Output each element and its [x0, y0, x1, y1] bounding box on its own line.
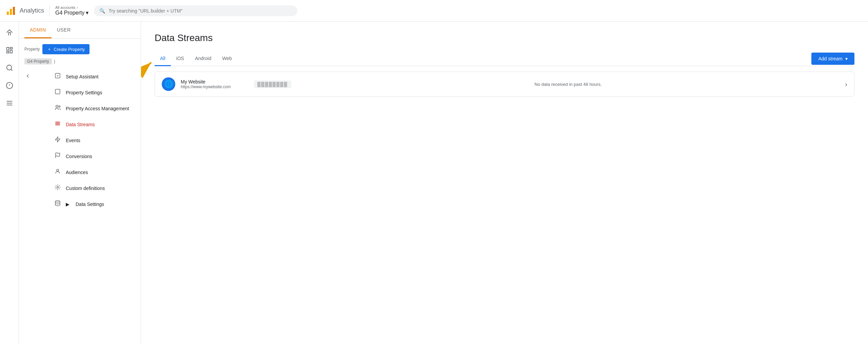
svg-point-26 [57, 187, 59, 188]
svg-rect-0 [7, 12, 9, 15]
tab-web[interactable]: Web [217, 52, 237, 66]
conversions-label: Conversions [66, 154, 92, 159]
nav-item-data-settings[interactable]: ▶ Data Settings [37, 196, 135, 212]
nav-explore[interactable] [1, 60, 18, 76]
property-access-label: Property Access Management [66, 106, 129, 111]
nav-reports[interactable] [1, 42, 18, 58]
nav-menu[interactable] [1, 95, 18, 111]
svg-rect-1 [10, 9, 12, 15]
property-settings-icon [54, 89, 61, 96]
analytics-logo-icon [5, 5, 16, 16]
nav-item-conversions[interactable]: Conversions [37, 148, 135, 164]
stream-info: My Website https://www.mywebsite.com [181, 79, 249, 89]
nav-item-events[interactable]: Events [37, 132, 135, 148]
left-navigation [0, 22, 19, 344]
plus-icon: ＋ [47, 46, 52, 52]
add-stream-button[interactable]: Add stream ▾ [811, 53, 854, 65]
svg-point-18 [59, 106, 60, 108]
audiences-label: Audiences [66, 170, 88, 175]
nav-home[interactable] [1, 24, 18, 41]
nav-item-custom-definitions[interactable]: Custom definitions [37, 180, 135, 196]
create-property-button[interactable]: ＋ Create Property [42, 44, 90, 54]
nav-item-property-settings[interactable]: Property Settings [37, 84, 135, 100]
svg-rect-16 [55, 89, 60, 94]
conversions-icon [54, 152, 61, 160]
svg-point-27 [55, 201, 60, 203]
data-settings-icon [54, 200, 61, 208]
app-name-label: Analytics [20, 7, 44, 14]
all-accounts-label: All accounts › [55, 5, 88, 9]
stream-row[interactable]: 🌐 My Website https://www.mywebsite.com █… [155, 72, 854, 97]
search-icon: 🔍 [99, 8, 105, 14]
property-sub-label: G4 Property ) [19, 58, 141, 67]
svg-point-17 [56, 105, 58, 107]
main-content: ADMIN USER Property ＋ Create Property G4… [19, 22, 868, 344]
stream-url: https://www.mywebsite.com [181, 84, 249, 89]
setup-assistant-icon [54, 73, 61, 80]
header-divider [50, 5, 50, 16]
custom-definitions-label: Custom definitions [66, 186, 105, 191]
property-header: Property ＋ Create Property [24, 44, 135, 54]
property-selector[interactable]: All accounts › G4 Property ▾ [55, 5, 88, 16]
tab-android[interactable]: Android [190, 52, 217, 66]
nav-item-data-streams[interactable]: Data Streams [37, 116, 135, 132]
dropdown-caret-icon: ▾ [845, 56, 848, 61]
svg-point-25 [57, 169, 59, 171]
data-streams-icon [54, 120, 61, 128]
nav-item-setup-assistant[interactable]: Setup Assistant [37, 69, 135, 84]
back-section: Setup Assistant Property Settings Proper… [19, 67, 141, 213]
tab-all[interactable]: All [155, 52, 171, 66]
stream-tabs: All iOS Android Web Add stream ▾ [155, 52, 854, 66]
app-header: Analytics All accounts › G4 Property ▾ 🔍 [0, 0, 868, 22]
svg-point-7 [6, 65, 12, 70]
property-section: Property ＋ Create Property [19, 39, 141, 58]
stream-globe-icon: 🌐 [162, 77, 175, 91]
logo-area: Analytics [5, 5, 44, 16]
admin-tabs: ADMIN USER [19, 22, 141, 39]
stream-name: My Website [181, 79, 249, 84]
chevron-right-icon: › [77, 5, 78, 9]
nav-items: Setup Assistant Property Settings Proper… [37, 69, 135, 212]
page-title: Data Streams [155, 33, 854, 43]
stream-id: ████████ [254, 80, 291, 88]
back-button[interactable] [22, 70, 34, 82]
setup-assistant-label: Setup Assistant [66, 74, 99, 79]
property-sub-name: G4 Property [24, 58, 52, 64]
svg-rect-3 [6, 47, 8, 50]
tab-ios[interactable]: iOS [171, 52, 190, 66]
stream-chevron-icon: › [845, 80, 847, 88]
svg-rect-4 [10, 47, 12, 49]
svg-rect-5 [10, 50, 12, 53]
nav-item-audiences[interactable]: Audiences [37, 164, 135, 180]
tab-admin[interactable]: ADMIN [24, 22, 52, 38]
events-icon [54, 136, 61, 144]
events-label: Events [66, 138, 80, 143]
data-settings-label: Data Settings [76, 202, 104, 207]
data-streams-label: Data Streams [66, 122, 95, 127]
nav-alerts[interactable] [1, 77, 18, 94]
property-access-icon [54, 104, 61, 112]
svg-rect-6 [6, 52, 8, 53]
property-name-label[interactable]: G4 Property ▾ [55, 9, 88, 16]
content-area: Data Streams All iOS Android Web Add str… [141, 22, 868, 344]
property-label: Property [24, 47, 40, 52]
stream-status: No data received in past 48 hours. [297, 82, 840, 87]
admin-panel: ADMIN USER Property ＋ Create Property G4… [19, 22, 141, 344]
custom-definitions-icon [54, 184, 61, 192]
nav-item-property-access[interactable]: Property Access Management [37, 100, 135, 116]
svg-rect-2 [13, 7, 15, 15]
svg-marker-23 [55, 137, 60, 142]
data-settings-expand-icon: ▶ [66, 202, 70, 207]
svg-line-8 [11, 69, 12, 71]
search-bar[interactable]: 🔍 [94, 5, 297, 16]
audiences-icon [54, 168, 61, 176]
dropdown-arrow-icon: ▾ [86, 9, 88, 16]
tab-user[interactable]: USER [52, 22, 76, 38]
property-settings-label: Property Settings [66, 90, 102, 95]
search-input[interactable] [108, 8, 292, 14]
